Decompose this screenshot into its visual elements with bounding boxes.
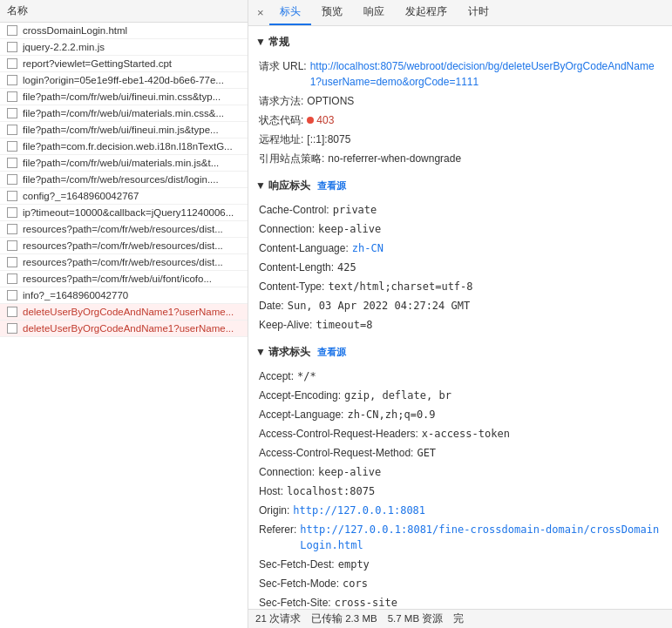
file-checkbox[interactable] (7, 108, 17, 118)
file-checkbox[interactable] (7, 224, 17, 234)
file-item[interactable]: file?path=/com/fr/web/resources/dist/log… (0, 172, 248, 188)
file-item[interactable]: info?_=1648960042770 (0, 287, 248, 304)
tabs-container: 标头预览响应发起程序计时 (269, 0, 499, 25)
response-headers-section-header[interactable]: ▼ 响应标头 查看源 (248, 175, 672, 197)
file-checkbox[interactable] (7, 240, 17, 251)
file-item[interactable]: ip?timeout=10000&callback=jQuery11240006… (0, 205, 248, 221)
field-label: Origin: (259, 503, 289, 518)
field-label: Date: (259, 298, 284, 314)
file-checkbox[interactable] (7, 323, 17, 334)
field-label: 请求方法: (259, 93, 303, 109)
tab-预览[interactable]: 预览 (311, 0, 353, 25)
file-checkbox[interactable] (7, 58, 17, 69)
file-name: report?viewlet=GettingStarted.cpt (23, 58, 172, 69)
field-value: */* (297, 368, 316, 384)
file-checkbox[interactable] (7, 191, 17, 201)
file-checkbox[interactable] (7, 174, 17, 185)
file-item[interactable]: file?path=/com/fr/web/ui/fineui.min.js&t… (0, 122, 248, 138)
tab-计时[interactable]: 计时 (458, 0, 499, 25)
file-item[interactable]: report?viewlet=GettingStarted.cpt (0, 56, 248, 72)
file-item[interactable]: resources?path=/com/fr/web/resources/dis… (0, 238, 248, 254)
tab-标头[interactable]: 标头 (269, 0, 311, 25)
field-row: 引用站点策略:no-referrer-when-downgrade (259, 149, 662, 168)
file-item[interactable]: file?path=/com/fr/web/ui/materials.min.c… (0, 105, 248, 122)
request-headers-section-header[interactable]: ▼ 请求标头 查看源 (248, 341, 672, 363)
file-item[interactable]: resources?path=/com/fr/web/resources/dis… (0, 221, 248, 238)
file-item[interactable]: login?origin=05e1e9ff-ebe1-420d-b6e6-77e… (0, 72, 248, 89)
field-value: localhost:8075 (287, 483, 375, 499)
field-value: keep-alive (318, 221, 381, 237)
field-label: Cache-Control: (259, 202, 329, 218)
field-label: 引用站点策略: (259, 151, 324, 166)
field-value: zh-CN (352, 240, 384, 256)
field-label: Sec-Fetch-Mode: (259, 576, 339, 591)
field-label: Accept: (259, 368, 294, 384)
field-row: Connection:keep-alive (259, 463, 662, 482)
file-checkbox[interactable] (7, 273, 17, 284)
file-checkbox[interactable] (7, 158, 17, 168)
file-name: resources?path=/com/fr/web/resources/dis… (23, 224, 223, 234)
status-transferred: 已传输 2.3 MB (311, 612, 377, 625)
file-item[interactable]: resources?path=/com/fr/web/ui/font/icofo… (0, 271, 248, 287)
file-name: deleteUserByOrgCodeAndName1?userName... (23, 307, 234, 317)
tab-发起程序[interactable]: 发起程序 (395, 0, 458, 25)
file-checkbox[interactable] (7, 25, 17, 36)
left-panel-title: 名称 (7, 4, 28, 17)
file-checkbox[interactable] (7, 91, 17, 102)
status-dot-icon (307, 117, 314, 124)
field-label: Access-Control-Request-Headers: (259, 426, 418, 442)
general-section-header[interactable]: ▼ 常规 (248, 31, 672, 53)
field-label: Keep-Alive: (259, 317, 312, 333)
file-item[interactable]: file?path=com.fr.decision.web.i18n.l18nT… (0, 138, 248, 155)
file-name: crossDomainLogin.html (23, 25, 127, 36)
request-headers-view-source[interactable]: 查看源 (317, 346, 346, 359)
left-panel-header: 名称 (0, 0, 248, 23)
file-checkbox[interactable] (7, 207, 17, 218)
field-label: Content-Type: (259, 279, 324, 294)
tab-close-button[interactable]: × (252, 3, 269, 23)
file-name: file?path=/com/fr/web/ui/materials.min.j… (23, 158, 219, 168)
file-item[interactable]: file?path=/com/fr/web/ui/fineui.min.css&… (0, 89, 248, 105)
field-row: Content-Length:425 (259, 258, 662, 277)
file-checkbox[interactable] (7, 125, 17, 135)
field-value: OPTIONS (307, 93, 354, 109)
file-checkbox[interactable] (7, 141, 17, 152)
file-item[interactable]: crossDomainLogin.html (0, 23, 248, 39)
field-row: Content-Language:zh-CN (259, 239, 662, 258)
file-checkbox[interactable] (7, 42, 17, 52)
field-row: Accept-Encoding:gzip, deflate, br (259, 386, 662, 405)
file-name: file?path=/com/fr/web/resources/dist/log… (23, 174, 219, 185)
file-checkbox[interactable] (7, 257, 17, 267)
field-row: Referer:http://127.0.0.1:8081/fine-cross… (259, 520, 662, 555)
field-row: Cache-Control:private (259, 200, 662, 219)
field-row: Content-Type:text/html;charset=utf-8 (259, 277, 662, 296)
file-item[interactable]: deleteUserByOrgCodeAndName1?userName... (0, 321, 248, 337)
general-section-content: 请求 URL:http://localhost:8075/webroot/dec… (248, 53, 672, 172)
file-item[interactable]: deleteUserByOrgCodeAndName1?userName... (0, 304, 248, 321)
file-checkbox[interactable] (7, 75, 17, 85)
field-row: Access-Control-Request-Method:GET (259, 443, 662, 463)
field-value: timeout=8 (316, 317, 372, 333)
file-item[interactable]: jquery-2.2.2.min.js (0, 39, 248, 56)
field-value: GET (417, 445, 436, 461)
general-section-label: ▼ 常规 (255, 35, 289, 50)
field-row: Access-Control-Request-Headers:x-access-… (259, 424, 662, 443)
field-label: Sec-Fetch-Site: (259, 595, 331, 609)
file-item[interactable]: config?_=1648960042767 (0, 188, 248, 205)
file-checkbox[interactable] (7, 307, 17, 317)
file-list: crossDomainLogin.htmljquery-2.2.2.min.js… (0, 23, 248, 628)
field-value: no-referrer-when-downgrade (328, 151, 461, 166)
tab-响应[interactable]: 响应 (353, 0, 395, 25)
response-headers-view-source[interactable]: 查看源 (317, 179, 346, 192)
general-section: ▼ 常规 请求 URL:http://localhost:8075/webroo… (248, 31, 672, 172)
field-value: gzip, deflate, br (344, 388, 451, 403)
field-value: empty (338, 557, 370, 572)
field-value: keep-alive (318, 464, 381, 480)
file-checkbox[interactable] (7, 290, 17, 300)
field-value: private (333, 202, 377, 218)
field-label: Content-Length: (259, 260, 334, 275)
file-item[interactable]: file?path=/com/fr/web/ui/materials.min.j… (0, 155, 248, 172)
field-value: http://127.0.0.1:8081/fine-crossdomain-d… (300, 522, 662, 553)
file-item[interactable]: resources?path=/com/fr/web/resources/dis… (0, 254, 248, 271)
content-area: ▼ 常规 请求 URL:http://localhost:8075/webroo… (248, 26, 672, 609)
